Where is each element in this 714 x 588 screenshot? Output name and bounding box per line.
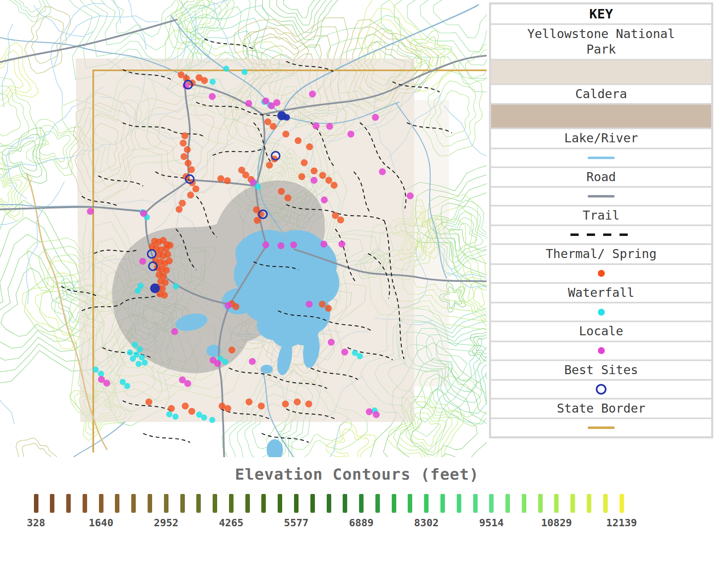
thermal-spring-marker [180,140,187,147]
colorbar-tick [554,494,559,513]
thermal-spring-marker [233,303,240,310]
line-swatch [588,157,615,159]
colorbar-tick [99,494,103,513]
legend-title: KEY [491,4,711,23]
locale-marker [245,100,252,107]
thermal-spring-marker [229,347,236,354]
colorbar-tick [66,494,71,513]
thermal-spring-marker [270,123,277,130]
thermal-spring-marker [282,401,289,408]
thermal-spring-marker [182,132,189,139]
thermal-spring-marker [146,399,153,406]
locale-marker [366,408,373,415]
colorbar-tick [115,494,119,513]
waterfall-marker [132,342,138,348]
locale-marker [311,177,318,184]
legend-label-state-border: State Border [491,399,711,417]
colorbar-tick [457,494,461,513]
waterfall-marker [223,66,229,72]
thermal-spring-marker [149,243,156,250]
thermal-spring-marker [167,242,174,249]
thermal-spring-marker [319,301,326,308]
thermal-spring-marker [294,399,301,406]
colorbar-tick [343,494,347,513]
legend-label-waterfall: Waterfall [491,284,711,302]
thermal-spring-marker [301,159,308,166]
colorbar-label: 2952 [154,517,178,529]
locale-marker [249,358,256,365]
locale-marker [225,302,232,309]
thermal-spring-marker [295,137,302,144]
legend-label-road: Road [491,168,711,186]
thermal-spring-marker [332,212,339,219]
colorbar-tick [245,494,250,513]
colorbar-tick [489,494,494,513]
colorbar-tick [620,494,624,513]
park-east-fill [414,100,449,386]
legend-swatch-thermal-spring [491,265,711,282]
thermal-spring-marker [161,292,168,299]
thermal-spring-marker [325,305,332,312]
waterfall-marker [136,361,142,367]
elevation-colorbar: 3281640295242655577688983029514108291213… [36,494,622,539]
colorbar-tick [196,494,201,513]
locale-marker [250,179,257,186]
legend-label-yellowstone-national-park: Yellowstone National Park [491,25,711,59]
waterfall-marker [166,411,173,417]
locale-marker [209,93,216,100]
thermal-spring-marker [311,168,318,175]
colorbar-tick [587,494,591,513]
legend-swatch-best-sites [491,381,711,398]
colorbar-label: 1640 [89,517,113,529]
legend-label-trail: Trail [491,206,711,224]
legend-swatch-waterfall [491,303,711,321]
locale-marker [372,114,379,121]
thermal-spring-marker [331,182,338,189]
colorbar-tick [327,494,331,513]
dashed-swatch [570,233,632,236]
dot-swatch [598,309,605,316]
map-svg [0,0,487,457]
best-site-marker [283,114,290,121]
legend-label-lake-river: Lake/River [491,129,711,147]
elevation-section: Elevation Contours (feet) 32816402952426… [0,457,714,588]
locale-marker [348,131,355,138]
legend-label-thermal-spring: Thermal/ Spring [491,245,711,263]
colorbar-tick [424,494,429,513]
yellowstone-map-page: KEY Yellowstone National ParkCalderaLake… [0,0,714,588]
waterfall-marker [222,359,229,365]
thermal-spring-marker [246,399,253,406]
locale-marker [309,91,316,98]
colorbar-tick [359,494,364,513]
locale-marker [179,377,186,384]
legend-label-locale: Locale [491,322,711,340]
colorbar-tick [440,494,445,513]
locale-marker [263,242,269,249]
colorbar-label: 4265 [219,517,243,529]
waterfall-marker [201,415,207,421]
legend-items: Yellowstone National ParkCalderaLake/Riv… [491,25,711,436]
thermal-spring-marker [305,401,312,408]
thermal-spring-marker [201,77,208,84]
colorbar-tick [131,494,136,513]
ring-swatch [596,384,606,395]
colorbar-tick [603,494,608,513]
thermal-spring-marker [189,408,195,415]
locale-marker [290,242,297,249]
colorbar-tick [213,494,217,513]
waterfall-marker [130,356,136,362]
locale-marker [326,123,333,130]
thermal-spring-marker [326,177,332,184]
colorbar-tick [278,494,282,513]
colorbar-tick [164,494,168,513]
thermal-spring-marker [265,119,272,126]
elevation-title: Elevation Contours (feet) [40,457,674,483]
thermal-spring-marker [238,167,245,174]
waterfall-marker [137,346,143,352]
legend-swatch-locale [491,342,711,359]
colorbar-tick [83,494,87,513]
legend-label-best-sites: Best Sites [491,361,711,379]
waterfall-marker [173,283,179,290]
thermal-spring-marker [166,258,173,265]
colorbar-label: 10829 [541,517,572,529]
